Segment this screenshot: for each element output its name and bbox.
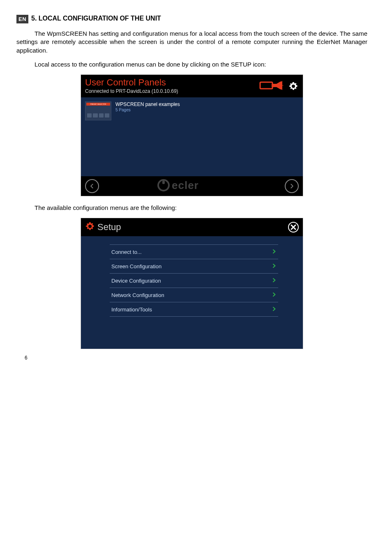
chevron-right-icon: [272, 306, 277, 313]
callout-arrow-icon: [259, 80, 286, 93]
panel-thumbnail: PRESET SELECTOR: [85, 101, 111, 120]
svg-rect-3: [272, 84, 277, 87]
nav-prev-button[interactable]: [85, 179, 99, 193]
chevron-right-icon: [272, 263, 277, 270]
menu-item-network-configuration[interactable]: Network Configuration: [110, 288, 278, 302]
page-number: 6: [25, 355, 28, 361]
ucp-subtitle: Connected to PRT-DavidLoza (10.0.10.69): [85, 88, 178, 94]
paragraph-3: The available configuration menus are th…: [16, 204, 367, 212]
user-control-panels-screenshot: User Control Panels Connected to PRT-Dav…: [81, 74, 303, 196]
menu-item-information-tools[interactable]: Information/Tools: [110, 302, 278, 317]
svg-text:ecler: ecler: [172, 179, 199, 191]
panel-card[interactable]: PRESET SELECTOR WPSCREEN panel examples …: [85, 101, 188, 120]
menu-item-label: Network Configuration: [111, 292, 164, 298]
ucp-header: User Control Panels Connected to PRT-Dav…: [81, 75, 303, 97]
setup-screenshot: Setup Connect to... Screen Confi: [81, 218, 303, 349]
setup-gear-button[interactable]: [288, 81, 299, 92]
menu-item-label: Information/Tools: [111, 306, 152, 313]
setup-header: Setup: [81, 218, 303, 236]
menu-item-label: Connect to...: [111, 249, 142, 255]
chevron-right-icon: [272, 248, 277, 256]
ucp-body: PRESET SELECTOR WPSCREEN panel examples …: [81, 97, 303, 176]
ucp-title: User Control Panels: [85, 77, 178, 88]
section-heading: 5. LOCAL CONFIGURATION OF THE UNIT: [31, 15, 367, 22]
svg-rect-6: [162, 181, 165, 184]
menu-item-device-configuration[interactable]: Device Configuration: [110, 274, 278, 288]
nav-next-button[interactable]: [285, 179, 299, 193]
setup-title: Setup: [97, 222, 121, 233]
menu-item-label: Device Configuration: [111, 278, 161, 284]
svg-rect-0: [260, 82, 272, 89]
setup-body: Connect to... Screen Configuration Devic…: [81, 236, 303, 349]
panel-thumb-label: PRESET SELECTOR: [86, 103, 110, 106]
setup-gear-icon: [85, 221, 95, 233]
paragraph-1: The WpmSCREEN has setting and configurat…: [16, 30, 367, 55]
ucp-footer: ecler: [81, 176, 303, 196]
close-button[interactable]: [288, 222, 299, 233]
menu-item-screen-configuration[interactable]: Screen Configuration: [110, 259, 278, 274]
panel-card-title: WPSCREEN panel examples: [115, 101, 180, 107]
menu-item-label: Screen Configuration: [111, 263, 161, 269]
menu-item-connect-to[interactable]: Connect to...: [110, 245, 278, 259]
setup-menu-list: Connect to... Screen Configuration Devic…: [110, 244, 278, 317]
paragraph-2: Local access to the configuration menus …: [16, 60, 367, 69]
ecler-logo: ecler: [99, 179, 285, 193]
panel-card-subtitle: 5 Pages: [115, 108, 180, 112]
chevron-right-icon: [272, 277, 277, 284]
language-badge: EN: [16, 15, 28, 23]
chevron-right-icon: [272, 291, 277, 299]
